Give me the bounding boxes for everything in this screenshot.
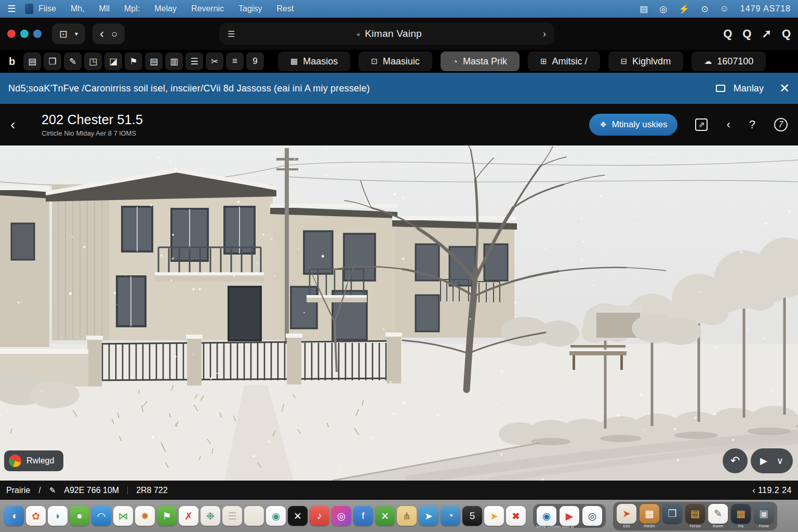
compass-icon[interactable]: 7 [774, 118, 788, 131]
window-icon[interactable]: ❒ [44, 52, 61, 70]
globe-app[interactable]: ◉ [266, 506, 286, 526]
back-button[interactable]: ‹ [10, 116, 28, 133]
comment-icon[interactable]: 9 [246, 52, 264, 70]
ring-app[interactable]: ◔ [441, 506, 460, 526]
contrast-icon[interactable]: ◪ [104, 52, 122, 70]
five-app[interactable]: 5 [462, 506, 482, 526]
play-app[interactable]: ▶ [560, 506, 579, 526]
layers-button[interactable]: ❖ Mtinaly uskies [589, 114, 677, 136]
wifi-icon[interactable]: ◎ [659, 4, 667, 15]
stack-icon[interactable]: ≡ [226, 52, 244, 70]
downloads-folder[interactable]: ➤ [617, 504, 636, 524]
attribution-badge[interactable]: Rwlegd [4, 450, 63, 471]
bird-app[interactable]: ✗ [179, 506, 198, 526]
menu-item-5[interactable]: Revernic [191, 4, 224, 14]
checkbox-label[interactable]: Manlay [734, 83, 764, 94]
flag-app[interactable]: ⚑ [157, 506, 177, 526]
tiles-folder-item: ▦Frs [731, 504, 751, 528]
notes-icon[interactable]: ▤ [640, 4, 648, 15]
blank-app[interactable] [244, 506, 264, 526]
crop-icon[interactable]: ◳ [84, 52, 102, 70]
zoom-icon[interactable]: Q [742, 27, 751, 41]
camera-social-app[interactable]: ◎ [331, 506, 351, 526]
sidebar-toggle[interactable]: ⊡ ▾ [52, 23, 85, 44]
user-icon[interactable]: ☺ [720, 4, 728, 15]
rows-icon[interactable]: ▤ [145, 52, 163, 70]
bookmark-button-4[interactable]: ⊟Kighlvdm [608, 51, 684, 71]
zoom-window-button[interactable] [33, 30, 42, 38]
back-icon[interactable]: ‹ [100, 26, 104, 41]
street-view-photo[interactable]: Rwlegd ↶ ▶ ∨ [0, 145, 798, 481]
jet-app[interactable]: ➤ [419, 506, 438, 526]
list-icon[interactable]: ☰ [185, 52, 203, 70]
address-bar[interactable]: ☰ ◂ Kiman Vainp › [219, 23, 554, 45]
bookmark-button-1[interactable]: ⊡Maasiuic [358, 51, 432, 71]
gesture-icon[interactable]: ⚡ [679, 4, 689, 15]
music-app[interactable]: ♪ [310, 506, 329, 526]
flag-icon[interactable]: ⚑ [125, 52, 142, 70]
x-app[interactable]: ✕ [288, 506, 308, 526]
feather-app[interactable]: ◗ [48, 506, 68, 526]
battery-icon[interactable]: ⊙ [701, 4, 708, 15]
app-logo-icon[interactable] [25, 4, 33, 14]
play-icon[interactable]: ▶ [760, 455, 767, 467]
send-icon[interactable]: ⇗ [695, 118, 708, 131]
bookmark-button-0[interactable]: ▦Maasios [278, 51, 350, 71]
facebook-app[interactable]: f [353, 506, 373, 526]
bookmark-button-5[interactable]: ☁1607100 [691, 51, 766, 71]
grid-folder[interactable]: ▦ [640, 504, 659, 524]
menu-item-6[interactable]: Tagisy [238, 4, 262, 14]
reader-icon[interactable]: ☰ [228, 29, 235, 39]
find-icon[interactable]: Q [782, 27, 791, 41]
autoplay-control[interactable]: ▶ ∨ [751, 448, 793, 473]
split-icon[interactable]: ▥ [165, 52, 183, 70]
finder[interactable]: ◖ [4, 506, 24, 526]
panel-icon[interactable]: ▤ [23, 52, 41, 70]
menu-item-0[interactable]: Fiise [38, 4, 56, 14]
share-icon[interactable]: ➚ [762, 27, 771, 41]
search-icon[interactable]: Q [723, 27, 732, 41]
reload-icon[interactable]: ○ [111, 28, 117, 40]
minimize-window-button[interactable] [20, 30, 29, 38]
share-b-icon[interactable]: b [3, 52, 21, 70]
arrow-app[interactable]: ➤ [484, 506, 504, 526]
menu-burger-icon[interactable]: ☰ [7, 3, 16, 15]
cards-folder[interactable]: ▤ [685, 504, 705, 524]
menu-item-3[interactable]: Mpl: [124, 4, 140, 14]
share-icon[interactable]: ‹ [726, 118, 730, 131]
paint-app[interactable]: ❉ [201, 506, 220, 526]
dark-folder[interactable]: ❒ [662, 504, 682, 524]
photo-folder[interactable]: ▣ [754, 504, 774, 524]
tiles-folder[interactable]: ▦ [731, 504, 751, 524]
help-icon[interactable]: ? [749, 118, 755, 131]
chevron-down-icon[interactable]: ∨ [777, 455, 783, 467]
rotate-button[interactable]: ↶ [723, 448, 748, 473]
dock-file-label: RW3/0 [644, 524, 655, 528]
notes-app[interactable]: ☰ [222, 506, 242, 526]
menu-item-1[interactable]: Mh, [71, 4, 85, 14]
ribbons-app[interactable]: ⋈ [113, 506, 133, 526]
bookmark-button-2[interactable]: ◔Masta Prik [441, 51, 520, 71]
scissors-icon[interactable]: ✂ [206, 52, 223, 70]
menu-item-7[interactable]: Rest [276, 4, 294, 14]
menu-item-2[interactable]: Mll [99, 4, 110, 14]
lens-app[interactable]: ◉ [537, 506, 556, 526]
swoosh-app[interactable]: ◠ [91, 506, 111, 526]
excel-app[interactable]: ✕ [375, 506, 395, 526]
drop-app[interactable]: ● [70, 506, 89, 526]
checkbox[interactable] [716, 85, 725, 92]
bookmark-label: Kighlvdm [632, 56, 671, 67]
aperture-app[interactable]: ◎ [582, 506, 602, 526]
menu-item-4[interactable]: Melay [154, 4, 177, 14]
pen-icon[interactable]: ✎ [49, 486, 56, 495]
star-app[interactable]: ✸ [135, 506, 155, 526]
pen-icon[interactable]: ✎ [64, 52, 82, 70]
scissors-x-app[interactable]: ✖ [506, 506, 526, 526]
close-window-button[interactable] [7, 30, 16, 38]
branches-app[interactable]: ⋔ [397, 506, 417, 526]
photos-app[interactable]: ✿ [26, 506, 46, 526]
sketch-pad[interactable]: ✎ [708, 504, 728, 524]
forward-icon[interactable]: › [543, 29, 546, 39]
bookmark-button-3[interactable]: ⊞Amitsic / [528, 51, 600, 71]
close-icon[interactable]: ✕ [779, 81, 790, 96]
